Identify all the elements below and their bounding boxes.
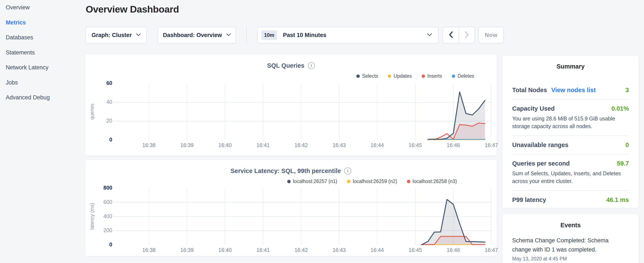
- summary-row-label: P99 latency: [512, 196, 546, 203]
- summary-title: Summary: [502, 55, 639, 70]
- x-axis-tick: 16:42: [286, 247, 316, 253]
- summary-row-value: 0: [626, 141, 629, 149]
- x-axis-tick: 16:39: [172, 142, 202, 148]
- y-axis-label: queries: [89, 80, 95, 144]
- chevron-down-icon: [427, 33, 432, 37]
- dashboard-dropdown[interactable]: Dashboard: Overview: [158, 27, 236, 43]
- x-axis-tick: 16:47: [476, 142, 506, 148]
- summary-row-value: 0.01%: [612, 105, 629, 112]
- summary-row-subtext: You are using 28.6 MiB of 515.9 GiB usab…: [512, 115, 629, 130]
- x-axis-tick: 16:44: [362, 247, 392, 253]
- summary-row: Capacity Used0.01%You are using 28.6 MiB…: [512, 100, 629, 136]
- y-axis-label: latency (ms): [89, 184, 95, 248]
- time-range-arrows: [443, 27, 475, 43]
- time-range-badge: 10m: [261, 31, 277, 40]
- sidebar-item-advanced-debug[interactable]: Advanced Debug: [6, 94, 50, 103]
- x-axis-tick: 16:39: [172, 247, 202, 253]
- summary-row-subtext: Sum of Selects, Updates, Inserts, and De…: [512, 170, 629, 185]
- x-axis-tick: 16:46: [438, 142, 468, 148]
- prev-range-button[interactable]: [443, 27, 459, 43]
- time-range-dropdown[interactable]: 10m Past 10 Minutes: [257, 27, 438, 43]
- service-latency-chart-card: Service Latency: SQL, 99th percentile i …: [85, 160, 497, 256]
- x-axis-tick: 16:43: [324, 247, 354, 253]
- page-title: Overview Dashboard: [86, 4, 179, 15]
- x-axis-tick: 16:41: [248, 142, 278, 148]
- x-axis-tick: 16:44: [362, 142, 392, 148]
- summary-row-value: 3: [626, 87, 629, 94]
- graph-dropdown-label: Graph: Cluster: [92, 32, 132, 39]
- summary-row-label: Total Nodes: [512, 87, 547, 94]
- x-axis-tick: 16:43: [324, 142, 354, 148]
- summary-row-label: Capacity Used: [512, 105, 555, 112]
- sidebar-item-databases[interactable]: Databases: [6, 34, 33, 43]
- view-nodes-list-link[interactable]: View nodes list: [551, 87, 596, 94]
- chevron-down-icon: [226, 33, 231, 37]
- summary-row-label: Queries per second: [512, 160, 570, 167]
- controls-divider: [246, 27, 247, 43]
- x-axis-tick: 16:47: [476, 247, 506, 253]
- x-axis-tick: 16:42: [286, 142, 316, 148]
- events-title: Events: [502, 214, 639, 229]
- summary-row: Total NodesView nodes list3: [512, 81, 629, 100]
- chevron-left-icon: [448, 31, 454, 39]
- sidebar-item-metrics[interactable]: Metrics: [6, 19, 26, 28]
- graph-dropdown[interactable]: Graph: Cluster: [86, 27, 147, 43]
- x-axis-tick: 16:38: [134, 247, 164, 253]
- chevron-down-icon: [136, 33, 141, 37]
- dashboard-dropdown-label: Dashboard: Overview: [163, 32, 222, 39]
- summary-row: Unavailable ranges0: [512, 136, 629, 154]
- event-item[interactable]: Schema Change Completed: Schema change w…: [512, 236, 629, 262]
- summary-panel: Summary Total NodesView nodes list3Capac…: [502, 55, 639, 208]
- x-axis-tick: 16:45: [400, 142, 430, 148]
- event-text: Schema Change Completed: Schema change w…: [512, 236, 629, 254]
- sidebar: OverviewMetricsDatabasesStatementsNetwor…: [0, 0, 85, 263]
- x-axis-tick: 16:40: [210, 142, 240, 148]
- sidebar-item-network-latency[interactable]: Network Latency: [6, 64, 48, 73]
- summary-row-value: 59.7: [617, 160, 629, 167]
- time-range-label: Past 10 Minutes: [283, 32, 326, 39]
- next-range-button[interactable]: [459, 27, 474, 43]
- x-axis-tick: 16:38: [134, 142, 164, 148]
- summary-row-value: 46.1 ms: [606, 196, 629, 203]
- sidebar-item-jobs[interactable]: Jobs: [6, 79, 18, 88]
- x-axis-tick: 16:45: [400, 247, 430, 253]
- sql-queries-plot[interactable]: [85, 55, 497, 156]
- sidebar-item-statements[interactable]: Statements: [6, 49, 35, 58]
- summary-row: Queries per second59.7Sum of Selects, Up…: [512, 154, 629, 191]
- service-latency-plot[interactable]: [85, 160, 497, 256]
- now-button[interactable]: Now: [478, 27, 504, 43]
- chevron-right-icon: [464, 31, 470, 39]
- x-axis-tick: 16:41: [248, 247, 278, 253]
- x-axis-tick: 16:46: [438, 247, 468, 253]
- x-axis-tick: 16:40: [210, 247, 240, 253]
- sidebar-item-overview[interactable]: Overview: [6, 4, 30, 13]
- sql-queries-chart-card: SQL Queries i SelectsUpdatesInsertsDelet…: [85, 54, 497, 156]
- event-timestamp: May 13, 2020 at 4:45 PM: [512, 256, 629, 262]
- summary-row: P99 latency46.1 ms: [512, 191, 629, 209]
- events-panel: Events Schema Change Completed: Schema c…: [502, 214, 639, 263]
- summary-row-label: Unavailable ranges: [512, 141, 568, 149]
